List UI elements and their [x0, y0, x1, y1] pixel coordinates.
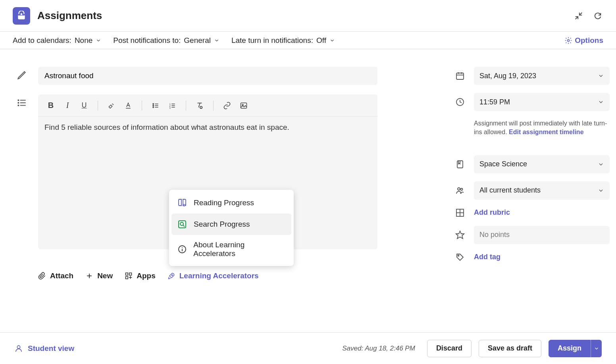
- svg-point-56: [17, 345, 20, 348]
- chevron-down-icon: [598, 161, 604, 168]
- calendar-icon: [455, 71, 465, 81]
- calendar-label: Add to calendars:: [13, 36, 71, 45]
- star-icon: [455, 230, 465, 240]
- due-time-value: 11:59 PM: [479, 98, 510, 106]
- late-notifications-dropdown[interactable]: Late turn in notifications: Off: [231, 36, 335, 45]
- svg-point-42: [461, 188, 463, 190]
- accelerators-label: Learning Accelerators: [179, 272, 259, 280]
- clear-format-button[interactable]: [192, 98, 207, 113]
- svg-marker-46: [456, 231, 464, 239]
- assignment-title-input[interactable]: [38, 67, 377, 85]
- refresh-icon[interactable]: [592, 10, 603, 21]
- link-button[interactable]: [220, 98, 234, 113]
- svg-rect-35: [456, 73, 464, 79]
- class-select[interactable]: Space Science: [474, 155, 610, 173]
- chevron-down-icon: [329, 38, 335, 43]
- svg-point-47: [458, 255, 459, 256]
- svg-point-34: [171, 275, 173, 276]
- svg-point-8: [18, 102, 19, 103]
- menu-about-accelerators[interactable]: About Learning Accelerators: [171, 235, 291, 264]
- bullet-list-button[interactable]: [148, 98, 163, 113]
- svg-point-13: [153, 105, 154, 106]
- post-notifications-dropdown[interactable]: Post notifications to: General: [113, 36, 219, 45]
- assign-dropdown-button[interactable]: [591, 340, 602, 357]
- clock-icon: [455, 97, 465, 107]
- student-view-label: Student view: [28, 344, 74, 353]
- new-label: New: [97, 272, 113, 280]
- rubric-icon: [455, 208, 465, 218]
- collapse-icon[interactable]: [573, 10, 584, 21]
- student-view-button[interactable]: Student view: [14, 344, 74, 353]
- assign-button[interactable]: Assign: [549, 340, 591, 357]
- svg-line-52: [183, 225, 185, 227]
- apps-button[interactable]: Apps: [125, 272, 156, 280]
- due-time-select[interactable]: 11:59 PM: [474, 93, 610, 111]
- svg-point-51: [180, 222, 183, 225]
- add-to-calendars-dropdown[interactable]: Add to calendars: None: [13, 36, 101, 45]
- list-icon: [17, 98, 27, 108]
- rocket-icon: [167, 272, 175, 280]
- learning-accelerators-button[interactable]: Learning Accelerators: [167, 272, 259, 280]
- assign-split-button: Assign: [549, 340, 602, 357]
- settings-toolbar: Add to calendars: None Post notification…: [0, 32, 616, 49]
- options-button[interactable]: Options: [564, 36, 603, 45]
- instructions-text[interactable]: Find 5 reliable sources of information a…: [38, 117, 377, 138]
- discard-button[interactable]: Discard: [427, 340, 472, 357]
- learning-accelerators-menu: Reading Progress Search Progress About L…: [169, 190, 294, 266]
- add-tag-link[interactable]: Add tag: [474, 253, 500, 261]
- late-value: Off: [316, 36, 326, 45]
- tag-icon: [455, 252, 465, 262]
- attachment-row: Attach New Apps Learning Accelerators: [38, 272, 377, 280]
- points-input[interactable]: No points: [474, 226, 610, 244]
- person-icon: [14, 344, 23, 353]
- students-select[interactable]: All current students: [474, 181, 610, 200]
- svg-point-9: [18, 105, 19, 106]
- main-content: B I U 123 Find 5 reliable sources of inf…: [0, 49, 616, 280]
- svg-point-55: [182, 247, 183, 248]
- gear-icon: [564, 37, 572, 44]
- svg-point-41: [458, 188, 460, 190]
- save-draft-button[interactable]: Save as draft: [479, 340, 541, 357]
- chevron-down-icon: [594, 346, 599, 351]
- bold-button[interactable]: B: [44, 98, 58, 113]
- bookmark-icon: [455, 159, 465, 169]
- underline-button[interactable]: U: [77, 98, 91, 113]
- svg-rect-25: [241, 103, 247, 108]
- add-rubric-link[interactable]: Add rubric: [474, 208, 510, 217]
- svg-point-12: [153, 103, 154, 104]
- attach-button[interactable]: Attach: [38, 272, 73, 280]
- plus-icon: [85, 272, 93, 280]
- chevron-down-icon: [96, 38, 101, 43]
- class-value: Space Science: [479, 160, 527, 168]
- due-date-value: Sat, Aug 19, 2023: [479, 72, 536, 80]
- reading-progress-icon: [177, 198, 187, 208]
- numbered-list-button[interactable]: 123: [165, 98, 179, 113]
- edit-timeline-link[interactable]: Edit assignment timeline: [509, 129, 583, 135]
- chevron-down-icon: [598, 187, 604, 194]
- svg-point-49: [184, 206, 185, 206]
- highlight-button[interactable]: [104, 98, 119, 113]
- menu-search-progress[interactable]: Search Progress: [171, 214, 291, 235]
- new-button[interactable]: New: [85, 272, 113, 280]
- image-button[interactable]: [237, 98, 251, 113]
- app-title: Assignments: [37, 10, 102, 22]
- font-color-button[interactable]: [121, 98, 135, 113]
- assignments-app-icon: [13, 7, 30, 25]
- pencil-icon: [17, 70, 27, 80]
- footer-bar: Student view Saved: Aug 18, 2:46 PM Disc…: [0, 332, 616, 364]
- italic-button[interactable]: I: [60, 98, 75, 113]
- app-header: Assignments: [0, 0, 616, 32]
- due-date-select[interactable]: Sat, Aug 19, 2023: [474, 67, 610, 85]
- late-label: Late turn in notifications:: [231, 36, 313, 45]
- svg-rect-30: [129, 273, 132, 275]
- svg-rect-29: [126, 273, 128, 275]
- points-placeholder: No points: [479, 231, 510, 239]
- apps-icon: [125, 272, 133, 280]
- menu-search-label: Search Progress: [194, 220, 250, 229]
- students-value: All current students: [479, 186, 541, 195]
- chevron-down-icon: [598, 99, 604, 105]
- menu-reading-progress[interactable]: Reading Progress: [171, 192, 291, 214]
- calendar-value: None: [75, 36, 92, 45]
- search-progress-icon: [177, 219, 187, 229]
- options-label: Options: [575, 36, 603, 45]
